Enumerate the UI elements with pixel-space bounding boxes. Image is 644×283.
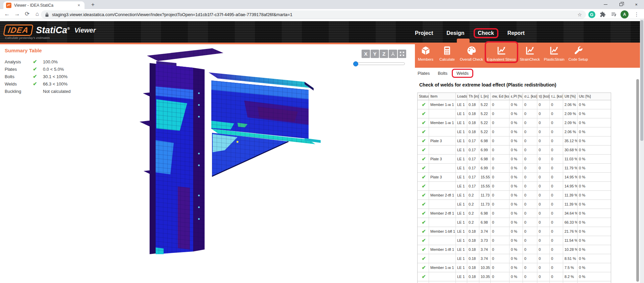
cell-tau-par: 0 — [537, 236, 550, 245]
window-minimize-button[interactable] — [598, 0, 613, 9]
column-header[interactable]: L [in] — [479, 93, 491, 100]
weld-table-row[interactable]: ✔ LE 1 0.18 3.73 0 0 % 0 0 0 11.54 % 0 % — [418, 236, 611, 245]
table-scrollbar-thumb[interactable] — [636, 79, 639, 282]
grammarly-extension-icon[interactable]: G — [588, 10, 596, 18]
view-y-button[interactable]: Y — [371, 50, 379, 58]
weld-table-row[interactable]: ✔ LE 1 0.2 6.98 0 0 % 0 0 0 66.33 % 0 % — [418, 218, 611, 227]
home-icon[interactable]: ⌂ — [33, 10, 42, 18]
tab-close-icon[interactable]: × — [76, 3, 82, 8]
cell-utc: 0 % — [578, 191, 611, 200]
view-x-button[interactable]: X — [362, 50, 370, 58]
cell-loads: LE 1 — [456, 218, 467, 227]
ribbon-plasticstrain-button[interactable]: PlasticStrain — [544, 46, 565, 61]
cell-sigma-perp: 0 — [523, 118, 537, 127]
axonometric-view-button[interactable] — [389, 50, 397, 58]
cell-sigma-w-ed: 0 — [491, 254, 509, 263]
nav-check-highlighted[interactable]: Check — [474, 28, 498, 38]
nav-design[interactable]: Design — [446, 30, 464, 36]
weld-table-row[interactable]: ✔ LE 1 0.18 10.35 0 0 % 0 0 0 8.2 % 0 % — [418, 272, 611, 281]
column-header[interactable]: τ|| [ksi] — [537, 93, 550, 100]
cell-item: Member 1-w 1 — [429, 263, 456, 272]
column-header[interactable]: Th [in] — [467, 93, 479, 100]
pass-check-icon: ✔ — [33, 73, 43, 79]
weld-table-row[interactable]: ✔ Member 1-w 1 LE 1 0.18 10.35 0 0 % 0 0… — [418, 263, 611, 272]
pass-check-icon: ✔ — [33, 66, 43, 72]
summary-row-label: Welds — [5, 81, 33, 87]
zoom-extents-button[interactable] — [398, 50, 406, 58]
forward-icon[interactable]: → — [13, 10, 21, 18]
weld-table-row[interactable]: ✔ Member 2-tfl 1 LE 1 0.2 11.73 0 0 % 0 … — [418, 191, 611, 200]
zoom-slider-knob[interactable] — [353, 61, 358, 66]
ribbon-straincheck-button[interactable]: StrainCheck — [520, 46, 540, 61]
weld-table-row[interactable]: ✔ Member 1-bfl 1 LE 1 0.18 3.74 0 0 % 0 … — [418, 227, 611, 236]
weld-table-row[interactable]: ✔ Member 1-tfl 1 LE 1 0.18 3.74 0 0 % 0 … — [418, 245, 611, 254]
browser-tab[interactable]: Viewer - IDEA StatiCa × — [3, 1, 85, 9]
browser-menu-icon[interactable]: ⋮ — [633, 10, 641, 18]
tab-plates[interactable]: Plates — [418, 71, 430, 76]
column-header[interactable]: Loads — [456, 93, 467, 100]
window-restore-button[interactable] — [613, 0, 629, 9]
cell-utc: 0 % — [578, 272, 611, 281]
cell-sigma-perp: 0 — [523, 127, 537, 136]
new-tab-button[interactable]: + — [89, 1, 97, 8]
weld-table-row[interactable]: ✔ Member 1-w 1 LE 1 0.18 5.22 0 0 % 0 0 … — [418, 100, 611, 109]
reload-icon[interactable]: ⟳ — [23, 10, 32, 18]
zoom-slider-track[interactable] — [354, 62, 405, 65]
page-scrollbar-thumb[interactable] — [640, 20, 643, 141]
ribbon-calculate-button[interactable]: Calculate — [438, 46, 456, 61]
column-header[interactable]: Utt [%] — [563, 93, 578, 100]
address-bar[interactable]: staging3.viewer.ideastatica.com/Connecti… — [41, 10, 586, 19]
column-header[interactable]: σw, Ed [ksi] — [491, 93, 509, 100]
back-icon[interactable]: ← — [3, 10, 11, 18]
cell-sigma-perp: 0 — [523, 254, 537, 263]
weld-table-row[interactable]: ✔ Member 2-tfl 1 LE 1 0.2 6.98 0 0 % 0 0… — [418, 209, 611, 218]
cell-eps-pl: 0 % — [509, 218, 523, 227]
weld-table-row[interactable]: ✔ LE 1 0.18 3.74 0 0 % 0 0 0 8.51 % 0 % — [418, 254, 611, 263]
weld-table-row[interactable]: ✔ LE 1 0.2 11.73 0 0 % 0 0 0 11.39 % 0 % — [418, 200, 611, 209]
cell-loads: LE 1 — [456, 164, 467, 172]
cell-l: 3.74 — [479, 245, 491, 254]
cell-loads: LE 1 — [456, 236, 467, 245]
cell-utc: 0 % — [578, 200, 611, 209]
tab-bolts[interactable]: Bolts — [438, 71, 447, 76]
cell-l: 15.55 — [479, 173, 491, 181]
ribbon-code-setup-button[interactable]: Code Setup — [569, 46, 588, 61]
weld-table-header: Status Item Loads Th [in] L [in] σw, Ed … — [418, 93, 611, 100]
cell-sigma-perp: 0 — [523, 100, 537, 109]
column-header[interactable]: τ⊥ [ksi] — [550, 93, 563, 100]
weld-table-row[interactable]: ✔ LE 1 0.18 5.22 0 0 % 0 0 0 2.09 % 0 % — [418, 109, 611, 118]
3d-connection-model[interactable] — [137, 43, 325, 264]
idea-statica-favicon — [6, 3, 11, 8]
weld-table-row[interactable]: ✔ LE 1 0.18 5.22 0 0 % 0 0 0 2.06 % 0 % — [418, 127, 611, 136]
nav-report[interactable]: Report — [507, 30, 525, 36]
weld-table-row[interactable]: ✔ LE 1 0.17 6.99 0 0 % 0 0 0 30.68 % 0 % — [418, 146, 611, 155]
summary-row: Buckling ✔ Not calculated — [5, 88, 85, 95]
weld-table-row[interactable]: ✔ LE 1 0.17 6.99 0 0 % 0 0 0 11.79 % 0 % — [418, 164, 611, 173]
column-header[interactable]: σ⊥ [ksi] — [523, 93, 537, 100]
window-close-button[interactable]: × — [629, 0, 644, 9]
weld-table-row[interactable]: ✔ LE 1 0.17 15.55 0 0 % 0 0 0 14.95 % 0 … — [418, 182, 611, 191]
weld-table-row-partial[interactable]: ✔ — [418, 281, 611, 283]
column-header[interactable]: ε,Pl [%] — [509, 93, 523, 100]
weld-table-row[interactable]: ✔ Plate 3 LE 1 0.17 6.98 0 0 % 0 0 0 35.… — [418, 136, 611, 146]
column-header[interactable]: Status — [418, 93, 429, 100]
url-text[interactable]: staging3.viewer.ideastatica.com/Connecti… — [52, 12, 578, 17]
tab-welds-highlighted[interactable]: Welds — [452, 69, 473, 78]
weld-table-row[interactable]: ✔ Plate 3 LE 1 0.17 15.55 0 0 % 0 0 0 14… — [418, 173, 611, 182]
extensions-puzzle-icon[interactable] — [599, 10, 607, 18]
ribbon-overall-check-button[interactable]: Overall Check — [460, 46, 483, 61]
profile-avatar[interactable]: A — [621, 10, 629, 18]
bookmark-star-icon[interactable]: ☆ — [578, 12, 582, 18]
media-playlist-icon[interactable] — [610, 10, 618, 18]
cell-tau-par: 0 — [537, 155, 550, 163]
column-header[interactable]: Item — [429, 93, 456, 100]
view-z-button[interactable]: Z — [380, 50, 388, 58]
line-chart-icon — [525, 46, 535, 56]
nav-project[interactable]: Project — [415, 30, 433, 36]
ribbon-equivalent-stress-button[interactable]: Equivalent Stress — [487, 46, 516, 61]
ribbon-members-button[interactable]: Members — [417, 46, 434, 61]
column-header[interactable]: Utc [%] — [578, 93, 611, 100]
weld-table-row[interactable]: ✔ Member 1-w 1 LE 1 0.18 5.22 0 0 % 0 0 … — [418, 118, 611, 127]
cell-utc: 0 % — [578, 209, 611, 218]
weld-table-row[interactable]: ✔ Plate 3 LE 1 0.17 6.98 0 0 % 0 0 0 11.… — [418, 155, 611, 164]
